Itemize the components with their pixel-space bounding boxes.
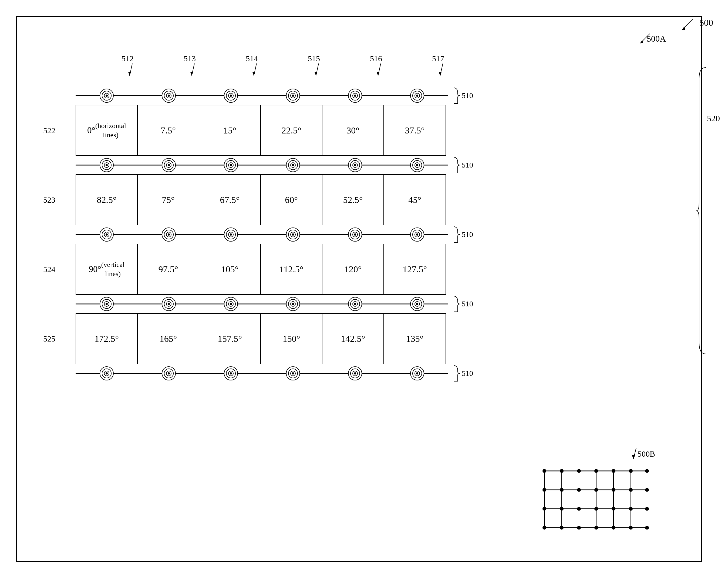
cell-135deg: 135° bbox=[384, 314, 446, 364]
cell-90deg: 90°(verticallines) bbox=[76, 244, 138, 294]
col-header-512: 512 bbox=[105, 54, 167, 86]
svg-point-139 bbox=[354, 373, 356, 374]
cell-97.5deg: 97.5° bbox=[138, 244, 199, 294]
cell-7.5deg: 7.5° bbox=[138, 105, 199, 155]
cell-127.5deg: 127.5° bbox=[384, 244, 446, 294]
brace-svg-1 bbox=[452, 86, 460, 105]
row-label-525: 525 bbox=[43, 313, 59, 364]
circles-row3 bbox=[76, 226, 448, 243]
arrow-517 bbox=[438, 64, 448, 78]
svg-point-65 bbox=[416, 164, 418, 166]
cell-37.5deg: 37.5° bbox=[384, 105, 446, 155]
svg-point-143 bbox=[416, 373, 418, 374]
svg-point-156 bbox=[560, 469, 564, 473]
svg-marker-7 bbox=[190, 72, 193, 76]
svg-point-178 bbox=[577, 526, 581, 530]
svg-marker-13 bbox=[377, 72, 380, 76]
data-row-524: 524 90°(verticallines) 97.5° 105° 112.5°… bbox=[43, 244, 524, 295]
cell-105deg: 105° bbox=[199, 244, 261, 294]
arrow-500A bbox=[636, 32, 652, 46]
svg-point-155 bbox=[543, 469, 546, 473]
cell-15deg: 15° bbox=[199, 105, 261, 155]
circles-row5 bbox=[76, 365, 448, 381]
col-header-516: 516 bbox=[354, 54, 416, 86]
svg-point-97 bbox=[106, 303, 107, 305]
brace-510-4: 510 bbox=[452, 295, 473, 313]
svg-marker-15 bbox=[439, 72, 442, 76]
svg-point-49 bbox=[168, 164, 170, 166]
svg-point-123 bbox=[106, 373, 107, 374]
data-row-522: 522 0°(horizontallines) 7.5° 15° 22.5° 3… bbox=[43, 105, 524, 156]
figure-label-500: 500 bbox=[699, 18, 713, 28]
arrow-512 bbox=[127, 64, 138, 78]
svg-point-101 bbox=[168, 303, 170, 305]
svg-point-109 bbox=[292, 303, 294, 305]
svg-point-181 bbox=[629, 526, 633, 530]
brace-510-3: 510 bbox=[452, 225, 473, 244]
svg-point-23 bbox=[168, 95, 170, 97]
brace-svg-5 bbox=[452, 364, 460, 383]
svg-point-159 bbox=[612, 469, 616, 473]
svg-point-87 bbox=[354, 234, 356, 235]
col-header-517: 517 bbox=[416, 54, 478, 86]
cell-165deg: 165° bbox=[138, 314, 199, 364]
arrow-515 bbox=[313, 64, 324, 78]
cell-45deg: 45° bbox=[384, 175, 446, 225]
svg-point-131 bbox=[230, 373, 232, 374]
svg-point-169 bbox=[543, 507, 546, 511]
cell-142.5deg: 142.5° bbox=[322, 314, 384, 364]
connector-row-3: 510 bbox=[43, 225, 524, 244]
data-row-523: 523 82.5° 75° 67.5° 60° 52.5° 45° bbox=[43, 174, 524, 225]
svg-point-180 bbox=[612, 526, 616, 530]
svg-point-127 bbox=[168, 373, 170, 374]
circles-row4 bbox=[76, 296, 448, 312]
svg-point-117 bbox=[416, 303, 418, 305]
svg-point-182 bbox=[645, 526, 649, 530]
col-header-515: 515 bbox=[292, 54, 354, 86]
svg-point-45 bbox=[106, 164, 107, 166]
svg-point-79 bbox=[230, 234, 232, 235]
cell-120deg: 120° bbox=[322, 244, 384, 294]
connector-row-4: 510 bbox=[43, 295, 524, 313]
svg-point-75 bbox=[168, 234, 170, 235]
col-header-514: 514 bbox=[230, 54, 292, 86]
cell-22.5deg: 22.5° bbox=[261, 105, 322, 155]
svg-point-168 bbox=[645, 488, 649, 492]
arrow-513 bbox=[189, 64, 200, 78]
arrow-524 bbox=[55, 265, 58, 274]
figure-label-520: 520 bbox=[707, 114, 720, 124]
svg-point-176 bbox=[543, 526, 546, 530]
arrow-525 bbox=[55, 334, 58, 344]
cell-157.5deg: 157.5° bbox=[199, 314, 261, 364]
svg-marker-184 bbox=[632, 455, 635, 459]
circles-row2 bbox=[76, 157, 448, 173]
svg-marker-9 bbox=[253, 72, 255, 76]
data-row-525: 525 172.5° 165° 157.5° 150° 142.5° 135° bbox=[43, 313, 524, 364]
svg-point-177 bbox=[560, 526, 564, 530]
svg-point-53 bbox=[230, 164, 232, 166]
svg-point-160 bbox=[629, 469, 633, 473]
brace-svg-3 bbox=[452, 225, 460, 244]
svg-point-174 bbox=[629, 507, 633, 511]
svg-point-39 bbox=[416, 95, 418, 97]
inset-svg bbox=[539, 460, 652, 544]
diagram-main: 512 513 514 515 bbox=[43, 54, 524, 383]
svg-point-171 bbox=[577, 507, 581, 511]
connector-row-bottom: 510 bbox=[43, 364, 524, 383]
data-cells-row3: 90°(verticallines) 97.5° 105° 112.5° 120… bbox=[76, 244, 446, 295]
svg-point-166 bbox=[612, 488, 616, 492]
cell-82.5deg: 82.5° bbox=[76, 175, 138, 225]
svg-point-91 bbox=[416, 234, 418, 235]
cell-150deg: 150° bbox=[261, 314, 322, 364]
svg-point-157 bbox=[577, 469, 581, 473]
svg-point-175 bbox=[645, 507, 649, 511]
cell-30deg: 30° bbox=[322, 105, 384, 155]
arrow-516 bbox=[375, 64, 386, 78]
inset-diagram-500B: 500B bbox=[539, 460, 652, 544]
svg-point-163 bbox=[560, 488, 564, 492]
svg-point-135 bbox=[292, 373, 294, 374]
svg-point-158 bbox=[594, 469, 598, 473]
svg-point-35 bbox=[354, 95, 356, 97]
svg-point-61 bbox=[354, 164, 356, 166]
svg-point-173 bbox=[612, 507, 616, 511]
